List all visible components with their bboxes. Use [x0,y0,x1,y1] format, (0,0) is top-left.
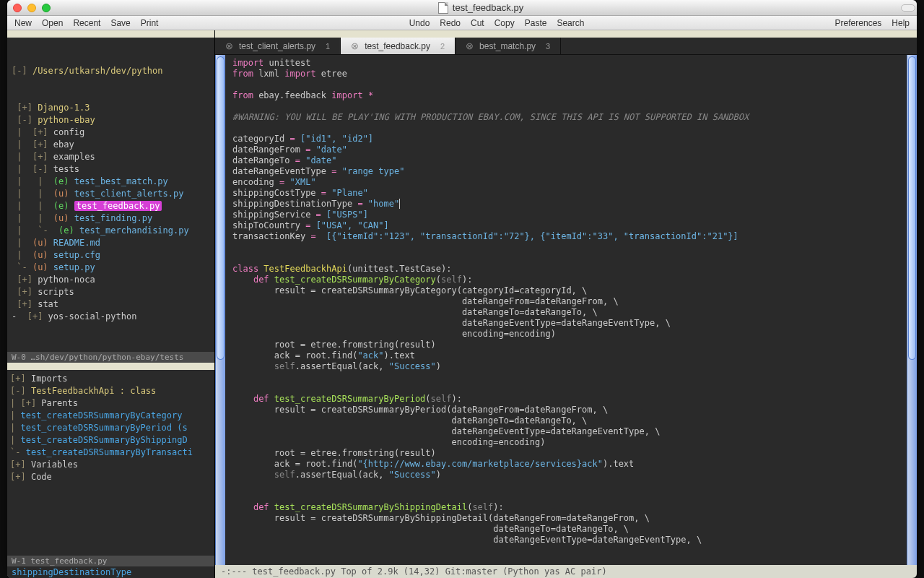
document-icon [438,2,448,14]
body: [-] /Users/utkarsh/dev/python [+] Django… [7,30,917,578]
tree-item[interactable]: [+] stat [10,298,212,311]
menu-preferences[interactable]: Preferences [835,18,882,28]
tree-item[interactable]: | [+] examples [10,151,212,163]
menubar: New Open Recent Save Print Undo Redo Cut… [7,16,917,30]
menu-right: Preferences Help [835,18,910,28]
outline-item[interactable]: [+] Imports [10,373,212,385]
minimize-icon[interactable] [27,4,36,12]
window-title: test_feedback.py [51,2,911,14]
menu-cut[interactable]: Cut [471,18,484,28]
zoom-icon[interactable] [42,4,51,12]
tree-item[interactable]: | [+] ebay [10,139,212,151]
close-icon[interactable]: ⊗ [225,40,233,51]
tabbar-strip [215,30,917,38]
menu-recent[interactable]: Recent [73,18,100,28]
outline-item[interactable]: | test_createDSRSummaryByShippingD [10,434,212,447]
tab-test_feedback-py[interactable]: ⊗test_feedback.py2 [341,38,456,54]
title-pill-icon[interactable] [901,4,915,12]
window1-status: W-1 test_feedback.py [7,556,214,566]
window0-status: W-0 …sh/dev/python/python-ebay/tests [7,352,214,363]
editor-wrap: import unittest from lxml import etree f… [215,55,917,565]
tree-item[interactable]: | | (e) test_feedback.py [10,200,212,212]
tree-item[interactable]: - [+] yos-social-python [10,311,212,323]
titlebar: test_feedback.py [7,0,917,16]
tabbar: ⊗test_client_alerts.py1⊗test_feedback.py… [215,38,917,55]
sidebar-strip [7,30,214,38]
close-icon[interactable]: ⊗ [351,40,359,51]
file-tree[interactable]: [-] /Users/utkarsh/dev/python [+] Django… [7,38,214,352]
outline-item[interactable]: | test_createDSRSummaryByCategory [10,410,212,422]
tab-best_match-py[interactable]: ⊗best_match.py3 [456,38,561,54]
menu-save[interactable]: Save [110,18,130,28]
tree-item[interactable]: | | (e) test_best_match.py [10,176,212,188]
sidebar: [-] /Users/utkarsh/dev/python [+] Django… [7,30,215,578]
tree-root[interactable]: /Users/utkarsh/dev/python [32,66,163,76]
tree-item[interactable]: [+] python-noca [10,274,212,286]
code-editor[interactable]: import unittest from lxml import etree f… [225,55,907,565]
outline-item[interactable]: [-] TestFeedbackhApi : class [10,385,212,397]
left-scrollbar[interactable] [215,55,225,565]
title-text: test_feedback.py [453,2,523,13]
tree-item[interactable]: [-] python-ebay [10,114,212,126]
menu-center: Undo Redo Cut Copy Paste Search [158,18,834,28]
tree-item[interactable]: | [+] config [10,126,212,139]
outline-item[interactable]: | test_createDSRSummaryByPeriod (s [10,422,212,434]
menu-left: New Open Recent Save Print [14,18,158,28]
close-icon[interactable] [13,4,22,12]
close-icon[interactable]: ⊗ [466,40,474,51]
menu-print[interactable]: Print [141,18,159,28]
right-scrollbar[interactable] [907,55,917,565]
menu-open[interactable]: Open [42,18,63,28]
tree-item[interactable]: | (u) setup.cfg [10,249,212,262]
tree-item[interactable]: | `- (e) test_merchandising.py [10,225,212,237]
outline-item[interactable]: | [+] Parents [10,397,212,410]
main: ⊗test_client_alerts.py1⊗test_feedback.py… [215,30,917,578]
tree-item[interactable]: | (u) README.md [10,237,212,249]
outline[interactable]: [+] Imports[-] TestFeedbackhApi : class|… [7,370,214,488]
menu-undo[interactable]: Undo [409,18,430,28]
tree-item[interactable]: `- (u) setup.py [10,262,212,274]
tree-item[interactable]: [+] Django-1.3 [10,102,212,114]
modeline: -:--- test_feedback.py Top of 2.9k (14,3… [215,565,917,578]
menu-redo[interactable]: Redo [440,18,461,28]
traffic-lights [13,4,51,12]
editor-window: test_feedback.py New Open Recent Save Pr… [7,0,917,578]
tree-item[interactable]: | [-] tests [10,163,212,176]
tree-item[interactable]: | | (u) test_client_alerts.py [10,188,212,200]
outline-item[interactable]: [+] Code [10,471,212,483]
menu-search[interactable]: Search [557,18,584,28]
menu-paste[interactable]: Paste [525,18,547,28]
tree-item[interactable]: | | (u) test_finding.py [10,212,212,225]
menu-new[interactable]: New [14,18,32,28]
outline-item[interactable]: [+] Variables [10,459,212,471]
tree-item[interactable]: [+] scripts [10,286,212,298]
tab-test_client_alerts-py[interactable]: ⊗test_client_alerts.py1 [215,38,341,54]
echo-area: shippingDestinationType [7,566,214,578]
sidebar-strip2 [7,363,214,370]
menu-copy[interactable]: Copy [494,18,515,28]
outline-item[interactable]: `- test_createDSRSummaryByTransacti [10,447,212,459]
menu-help[interactable]: Help [892,18,910,28]
